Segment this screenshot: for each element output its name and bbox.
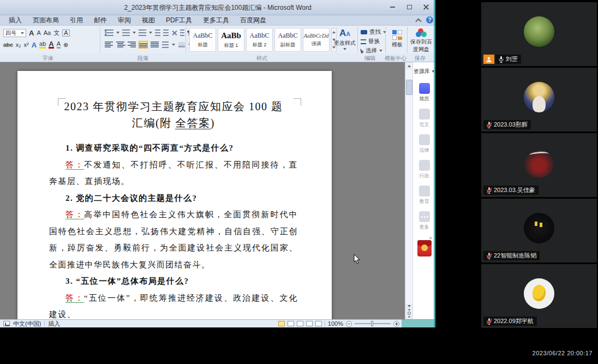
scrollbar-thumb[interactable] (406, 80, 412, 95)
spellcheck-icon[interactable] (3, 321, 10, 326)
zoom-slider-thumb[interactable] (371, 321, 373, 326)
resource-item-resume[interactable]: 简历 (419, 83, 430, 103)
style-heading[interactable]: AaBbC 标题 (189, 28, 216, 52)
tab-review[interactable]: 审阅 (112, 15, 136, 26)
align-left-icon[interactable] (105, 41, 113, 48)
superscript-icon[interactable]: x² (24, 42, 29, 48)
answer-3: 答：“五位一体”，即统筹推进经济建设、政治建设、文化建设、 (49, 290, 298, 323)
zoom-out-button[interactable] (346, 321, 352, 327)
next-page-icon[interactable] (408, 316, 411, 318)
resource-item-admin[interactable]: 行政 (419, 160, 430, 180)
participant-tile-3[interactable]: 2023.03.吴佳豪 (481, 133, 597, 197)
text-effects-icon[interactable]: A (32, 42, 37, 48)
distribute-icon[interactable] (151, 41, 159, 48)
participant-name: 2023.03.吴佳豪 (494, 186, 535, 194)
style-subtitle[interactable]: AaBbC 副标题 (274, 28, 301, 52)
highlight-color-icon[interactable]: ab (39, 41, 46, 49)
grow-font-icon[interactable]: A (29, 30, 34, 36)
template-button[interactable]: 模板 (388, 30, 406, 49)
justify-icon[interactable] (139, 41, 147, 48)
fullscreen-view-button[interactable] (288, 321, 294, 326)
document-page[interactable]: 2023 年贯彻学习主题教育应知应会 100 题 汇编(附 全答案) 1. 调查… (17, 71, 332, 327)
participant-name-chip: 2023.03邢辉 (483, 120, 531, 129)
minimize-button[interactable] (384, 2, 400, 12)
enclose-character-icon[interactable]: ⊕ (63, 42, 68, 48)
status-bar: 中文(中国) 插入 100% (0, 319, 435, 327)
vertical-scrollbar[interactable] (405, 62, 412, 319)
style-heading2[interactable]: AaBbC 标题 2 (246, 28, 273, 52)
align-right-icon[interactable] (128, 41, 136, 48)
previous-page-icon[interactable] (408, 308, 411, 310)
red-envelope-promo[interactable]: ✕ (417, 240, 432, 256)
resource-item-law[interactable]: 法律 (419, 134, 430, 154)
maximize-button[interactable] (401, 2, 417, 12)
strikethrough-icon[interactable]: abc (3, 42, 13, 48)
help-icon[interactable]: ? (426, 16, 433, 23)
participant-name-chip: 刘罡 (495, 55, 521, 64)
tab-page-layout[interactable]: 页面布局 (27, 15, 64, 26)
resource-item-education[interactable]: 教育 (419, 186, 430, 205)
bullets-icon[interactable] (105, 29, 113, 36)
style-label: 标题 (198, 41, 208, 49)
more-icon (419, 211, 430, 222)
style-emphasis[interactable]: AaBbCcDd 强调 (303, 28, 330, 52)
pinyin-guide-icon[interactable]: 文 (53, 30, 59, 36)
avatar (524, 147, 554, 178)
participant-tile-1[interactable]: 刘罡 (481, 2, 597, 66)
tab-pdf-tools[interactable]: PDF工具 (160, 15, 198, 26)
tab-mailings[interactable]: 邮件 (88, 15, 112, 26)
decrease-indent-icon[interactable] (155, 29, 160, 36)
save-to-baidu-pan-button[interactable]: 保存到百度网盘 (409, 28, 433, 53)
zoom-level[interactable]: 100% (328, 320, 343, 327)
participant-name: 刘罡 (506, 55, 518, 63)
chevron-down-icon (21, 32, 24, 34)
increase-indent-icon[interactable] (163, 29, 169, 36)
asian-layout-icon[interactable] (171, 30, 177, 36)
line-spacing-icon[interactable] (162, 41, 169, 48)
resource-panel-header[interactable]: 资源库 (413, 68, 435, 75)
tab-view[interactable]: 视图 (136, 15, 160, 26)
subscript-icon[interactable]: x₂ (16, 42, 21, 48)
print-layout-view-button[interactable] (278, 321, 285, 326)
scroll-down-icon[interactable] (408, 305, 411, 307)
zoom-slider[interactable] (355, 323, 391, 324)
tab-insert[interactable]: 插入 (3, 15, 27, 26)
find-label: 查找 (369, 28, 381, 36)
web-layout-view-button[interactable] (297, 321, 303, 326)
close-icon[interactable]: ✕ (429, 236, 433, 241)
style-heading1[interactable]: AaBb 标题 1 (218, 28, 244, 52)
close-button[interactable] (418, 2, 434, 12)
resource-item-more[interactable]: 更多 (419, 211, 430, 231)
scroll-up-button[interactable] (405, 62, 413, 70)
shading-icon[interactable] (178, 42, 185, 47)
replace-icon (361, 39, 366, 44)
insert-mode-status[interactable]: 插入 (48, 320, 60, 328)
outline-view-button[interactable] (306, 321, 313, 326)
shrink-font-icon[interactable]: A (37, 30, 40, 36)
tab-baidu-pan[interactable]: 百度网盘 (235, 15, 272, 26)
multilevel-list-icon[interactable] (139, 29, 146, 36)
tab-references[interactable]: 引用 (64, 15, 88, 26)
font-color-icon[interactable]: A (49, 41, 53, 49)
resource-item-sample-docs[interactable]: 范文 (419, 109, 430, 128)
draft-view-button[interactable] (315, 321, 322, 326)
replace-button[interactable]: 替换 (361, 38, 386, 45)
find-button[interactable]: 查找 (361, 28, 386, 36)
numbering-icon[interactable] (122, 29, 130, 36)
participant-tile-4[interactable]: 22智能制造陈韬 (481, 199, 597, 262)
font-size-combobox[interactable]: 四号 (3, 29, 26, 37)
language-status[interactable]: 中文(中国) (13, 320, 41, 328)
microphone-muted-icon (487, 187, 492, 194)
change-style-button[interactable]: AA 更改样式 (334, 29, 356, 50)
tab-more-tools[interactable]: 更多工具 (198, 15, 235, 26)
participant-tile-5[interactable]: 2022.09郑宇航 (481, 264, 597, 328)
participant-name-chip: 22智能制造陈韬 (483, 251, 540, 260)
character-shading-icon[interactable]: A (57, 41, 61, 49)
zoom-in-button[interactable] (393, 321, 399, 327)
participant-tile-2[interactable]: 2023.03邢辉 (481, 68, 597, 132)
select-browse-object-icon[interactable] (408, 312, 411, 315)
align-center-icon[interactable] (116, 41, 124, 48)
sort-icon[interactable] (180, 29, 184, 36)
character-border-icon[interactable]: A (62, 29, 69, 37)
change-case-icon[interactable]: Aa (44, 30, 51, 36)
